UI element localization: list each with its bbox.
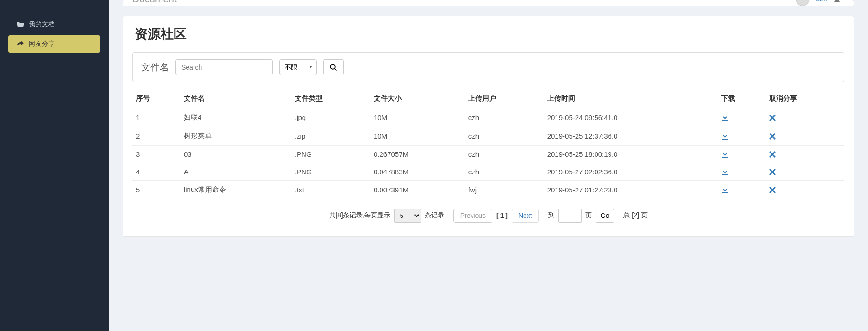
cancel-share-icon[interactable] (769, 115, 841, 121)
records-label: 条记录 (425, 211, 444, 220)
goto-prefix: 到 (548, 211, 555, 220)
share-icon (17, 41, 25, 47)
table-row: 303.PNG0.267057Mczh2019-05-25 18:00:19.0 (132, 146, 844, 163)
goto-page-input[interactable] (558, 209, 582, 223)
sidebar: 我的文档 网友分享 (0, 0, 109, 331)
main-content: Document czh 资源社区 文件名 不限 (109, 0, 868, 331)
table-row: 1妇联4.jpg10Mczh2019-05-24 09:56:41.0 (132, 108, 844, 127)
cell-user: czh (465, 163, 544, 181)
cell-seq: 4 (132, 163, 180, 181)
cell-user: czh (465, 127, 544, 146)
cell-type: .jpg (291, 108, 370, 127)
content-card: 资源社区 文件名 不限 序号 (123, 16, 854, 237)
cell-time: 2019-05-27 02:02:36.0 (544, 163, 718, 181)
cell-size: 0.047883M (370, 163, 465, 181)
col-cancel: 取消分享 (765, 89, 844, 108)
cell-time: 2019-05-25 12:37:36.0 (544, 127, 718, 146)
cell-size: 10M (370, 127, 465, 146)
cancel-share-icon[interactable] (769, 187, 841, 193)
cell-user: fwj (465, 181, 544, 199)
download-icon[interactable] (721, 186, 762, 194)
search-button[interactable] (323, 59, 344, 75)
cell-name: linux常用命令 (180, 181, 291, 199)
search-icon (330, 64, 337, 71)
sidebar-item-label: 网友分享 (29, 40, 55, 48)
cell-size: 0.007391M (370, 181, 465, 199)
svg-point-1 (330, 64, 335, 69)
download-icon[interactable] (721, 133, 762, 140)
svg-line-2 (335, 69, 337, 70)
user-area: czh (796, 0, 844, 6)
topbar: Document czh (123, 0, 854, 6)
avatar[interactable] (796, 0, 810, 6)
total-pages-text: 总 [2] 页 (623, 211, 647, 220)
table-row: 5linux常用命令.txt0.007391Mfwj2019-05-27 01:… (132, 181, 844, 199)
type-select[interactable]: 不限 (279, 59, 317, 75)
username-link[interactable]: czh (816, 0, 828, 3)
pagination: 共[8]条记录,每页显示 5 条记录 Previous [ 1 ] Next 到 (132, 209, 844, 223)
page-size-select[interactable]: 5 (394, 209, 421, 223)
table-row: 4A.PNG0.047883Mczh2019-05-27 02:02:36.0 (132, 163, 844, 181)
brand-title: Document (132, 0, 177, 5)
cell-time: 2019-05-27 01:27:23.0 (544, 181, 718, 199)
download-icon[interactable] (721, 114, 762, 121)
cell-seq: 2 (132, 127, 180, 146)
cancel-share-icon[interactable] (769, 169, 841, 175)
col-size: 文件大小 (370, 89, 465, 108)
cell-type: .txt (291, 181, 370, 199)
cancel-share-icon[interactable] (769, 133, 841, 140)
cell-name: 树形菜单 (180, 127, 291, 146)
cell-type: .PNG (291, 146, 370, 163)
col-type: 文件类型 (291, 89, 370, 108)
cell-name: 妇联4 (180, 108, 291, 127)
cell-user: czh (465, 146, 544, 163)
sidebar-item-my-documents[interactable]: 我的文档 (8, 16, 100, 33)
cell-seq: 1 (132, 108, 180, 127)
download-icon[interactable] (721, 168, 762, 176)
filter-panel: 文件名 不限 (132, 52, 844, 82)
cell-size: 0.267057M (370, 146, 465, 163)
cell-name: A (180, 163, 291, 181)
cell-seq: 3 (132, 146, 180, 163)
user-menu-toggle[interactable] (834, 0, 844, 3)
cell-type: .PNG (291, 163, 370, 181)
cancel-share-icon[interactable] (769, 151, 841, 158)
page-title: 资源社区 (132, 25, 844, 43)
previous-button[interactable]: Previous (453, 209, 492, 223)
total-records-text: 共[8]条记录,每页显示 (329, 211, 390, 220)
col-user: 上传用户 (465, 89, 544, 108)
table-row: 2树形菜单.zip10Mczh2019-05-25 12:37:36.0 (132, 127, 844, 146)
table-header-row: 序号 文件名 文件类型 文件大小 上传用户 上传时间 下载 取消分享 (132, 89, 844, 108)
col-time: 上传时间 (544, 89, 718, 108)
sidebar-item-label: 我的文档 (29, 20, 55, 29)
filter-label: 文件名 (141, 61, 169, 74)
next-button[interactable]: Next (512, 209, 539, 223)
sidebar-item-share[interactable]: 网友分享 (8, 35, 100, 53)
cell-seq: 5 (132, 181, 180, 199)
current-page: [ 1 ] (496, 212, 508, 219)
folder-open-icon (17, 21, 25, 28)
cell-size: 10M (370, 108, 465, 127)
go-button[interactable]: Go (596, 209, 615, 223)
cell-name: 03 (180, 146, 291, 163)
cell-time: 2019-05-25 18:00:19.0 (544, 146, 718, 163)
col-download: 下载 (718, 89, 765, 108)
col-seq: 序号 (132, 89, 180, 108)
search-input[interactable] (175, 59, 273, 75)
cell-time: 2019-05-24 09:56:41.0 (544, 108, 718, 127)
cell-type: .zip (291, 127, 370, 146)
col-name: 文件名 (180, 89, 291, 108)
goto-suffix: 页 (585, 211, 592, 220)
file-table: 序号 文件名 文件类型 文件大小 上传用户 上传时间 下载 取消分享 1妇联4.… (132, 89, 844, 199)
download-icon[interactable] (721, 151, 762, 158)
cell-user: czh (465, 108, 544, 127)
